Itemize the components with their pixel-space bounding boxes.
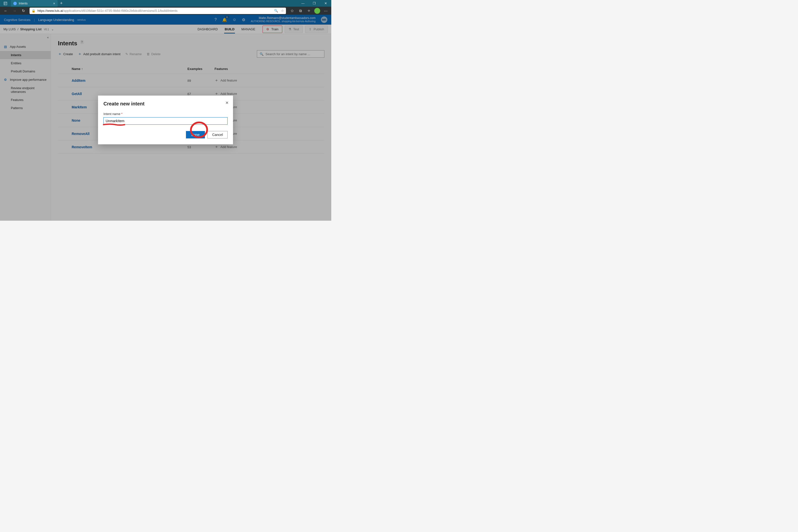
url-path: /applications/d9106dae-531c-4735-9b8d-f9… [63,9,177,13]
profile-avatar[interactable] [313,7,321,14]
dialog-close-icon[interactable]: ✕ [225,100,229,105]
svg-point-3 [190,121,208,138]
extensions-icon[interactable]: ✧ [305,7,313,14]
tab-title: Intents [19,2,51,5]
svg-rect-0 [4,2,7,5]
window-close-button[interactable]: ✕ [320,0,331,7]
url-bar[interactable]: 🔒 https://www.luis.ai/applications/d9106… [30,8,286,14]
create-intent-dialog: Create new intent ✕ Intent name * Done C… [98,96,233,144]
zoom-icon[interactable]: 🔍 [274,9,278,13]
browser-titlebar: Intents × + — ❐ ✕ [0,0,331,7]
browser-menu-icon[interactable]: ⋯ [321,7,330,14]
tab-close-icon[interactable]: × [53,1,55,5]
favorites-icon[interactable]: ✩ [288,7,296,14]
app-menu-icon[interactable] [0,0,11,7]
dialog-title: Create new intent [103,101,228,107]
favicon-icon [13,2,17,5]
collections-icon[interactable]: ⧉ [296,7,305,14]
lock-icon: 🔒 [32,9,36,13]
star-icon[interactable]: ☆ [281,9,284,13]
browser-tab[interactable]: Intents × [11,0,58,7]
intent-name-label: Intent name * [103,112,228,116]
window-minimize-button[interactable]: — [297,0,309,7]
nav-forward-button[interactable]: → [10,7,19,14]
annotation-underline [103,123,125,127]
nav-back-button[interactable]: ← [1,7,10,14]
annotation-circle [189,120,209,140]
url-host: https://www.luis.ai [37,9,63,13]
cancel-button[interactable]: Cancel [207,131,228,138]
window-maximize-button[interactable]: ❐ [309,0,320,7]
browser-navbar: ← → ↻ 🔒 https://www.luis.ai/applications… [0,7,331,15]
nav-refresh-button[interactable]: ↻ [19,7,27,14]
new-tab-button[interactable]: + [58,0,65,7]
